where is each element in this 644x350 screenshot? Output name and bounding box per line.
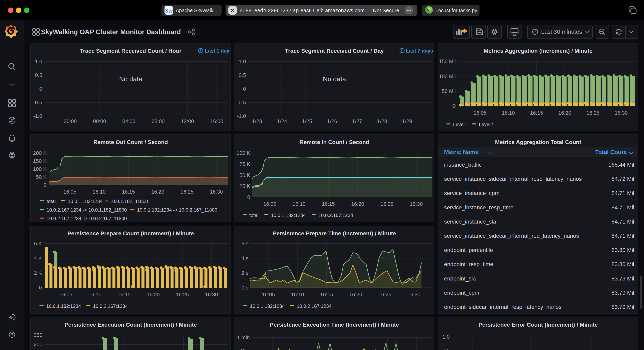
svg-text:0: 0 <box>40 86 42 92</box>
svg-text:10.0.2.167:1234: 10.0.2.167:1234 <box>93 304 128 309</box>
svg-text:16:15: 16:15 <box>118 292 130 298</box>
svg-text:1 min: 1 min <box>237 335 250 341</box>
svg-text:00:00: 00:00 <box>93 118 106 124</box>
svg-text:168.44 Mil: 168.44 Mil <box>608 162 634 168</box>
svg-text:84.71 Mil: 84.71 Mil <box>612 218 634 225</box>
svg-text:Metrics Aggregation (Increment: Metrics Aggregation (Increment) / Minute <box>484 48 592 54</box>
svg-text:16:20: 16:20 <box>349 292 362 298</box>
svg-text:16:25: 16:25 <box>378 292 391 298</box>
svg-text:Last 7 days: Last 7 days <box>406 48 433 53</box>
svg-text:16:05: 16:05 <box>474 110 486 116</box>
svg-text:83.80 Mil: 83.80 Mil <box>612 247 634 253</box>
svg-text:6 s: 6 s <box>241 240 248 246</box>
svg-text:Level1: Level1 <box>453 122 467 127</box>
svg-text:16:20: 16:20 <box>558 110 571 116</box>
svg-text:11/29: 11/29 <box>400 118 412 124</box>
svg-text:0.5: 0.5 <box>35 72 42 78</box>
svg-text:16:30: 16:30 <box>408 292 420 298</box>
svg-text:10.0.2.167:1234: 10.0.2.167:1234 <box>318 212 353 218</box>
svg-text:1.0: 1.0 <box>442 334 450 340</box>
svg-text:16:05: 16:05 <box>59 292 72 298</box>
svg-text:100 K: 100 K <box>33 166 47 172</box>
svg-text:Persistence Execution Count (I: Persistence Execution Count (Increment) … <box>64 322 197 328</box>
svg-text:Persistence Prepare Count (Inc: Persistence Prepare Count (Increment) / … <box>68 230 194 236</box>
svg-text:2 s: 2 s <box>241 270 248 276</box>
svg-text:16:30: 16:30 <box>410 201 423 207</box>
svg-text:0: 0 <box>44 182 47 188</box>
svg-text:Last 30 minutes: Last 30 minutes <box>541 28 582 35</box>
svg-text:200: 200 <box>34 342 42 348</box>
svg-text:0: 0 <box>243 86 246 92</box>
svg-text:16:25: 16:25 <box>380 201 394 207</box>
svg-text:endpoint_sidecar_internal_resp: endpoint_sidecar_internal_resp_latency_n… <box>444 304 562 310</box>
svg-text:50 Mil: 50 Mil <box>442 88 456 94</box>
svg-text:11/25: 11/25 <box>300 118 312 124</box>
svg-text:16:10: 16:10 <box>502 110 515 116</box>
svg-text:4 s: 4 s <box>241 255 248 261</box>
svg-text:Total Count: Total Count <box>595 149 627 155</box>
svg-text:0.5: 0.5 <box>239 72 246 78</box>
svg-text:10.0.1.182:1234 -> 10.0.2.167_: 10.0.1.182:1234 -> 10.0.2.167_11800 <box>137 207 217 212</box>
svg-text:11/27: 11/27 <box>350 118 362 124</box>
svg-text:16:05: 16:05 <box>63 189 76 195</box>
svg-text:40 s: 40 s <box>240 348 250 350</box>
svg-text:16:15: 16:15 <box>530 110 543 116</box>
svg-text:250: 250 <box>34 332 42 338</box>
svg-text:Trace Segment Received Count /: Trace Segment Received Count / Hour <box>80 48 181 54</box>
svg-text:No data: No data <box>119 75 142 83</box>
svg-text:service_instance_resp_time: service_instance_resp_time <box>444 204 514 210</box>
svg-text:Metric Name: Metric Name <box>444 149 478 155</box>
svg-text:16:20: 16:20 <box>147 292 160 298</box>
svg-text:1.0: 1.0 <box>239 58 246 64</box>
svg-text:Remote Out Count / Second: Remote Out Count / Second <box>94 139 168 145</box>
svg-text:83.80 Mil: 83.80 Mil <box>612 261 634 267</box>
svg-text:10.0.1.182:1234: 10.0.1.182:1234 <box>46 304 81 309</box>
svg-text:-0.5: -0.5 <box>237 100 246 106</box>
svg-text:0: 0 <box>39 285 42 291</box>
svg-text:service_instance_cpm: service_instance_cpm <box>444 190 500 196</box>
svg-text:150 Mil: 150 Mil <box>439 58 456 64</box>
svg-text:6 K: 6 K <box>34 240 42 246</box>
svg-text:11/24: 11/24 <box>274 118 287 124</box>
svg-text:50 K: 50 K <box>36 174 47 180</box>
svg-text:Persistence Error Count (Incre: Persistence Error Count (Increment) / Mi… <box>478 322 598 328</box>
svg-text:16:30: 16:30 <box>210 189 223 195</box>
svg-text:881eed4-22961232.ap-east-1.elb: 881eed4-22961232.ap-east-1.elb.amazonaws… <box>246 7 399 13</box>
svg-text:16:25: 16:25 <box>586 110 599 116</box>
svg-text:service_instance_sidecar_inter: service_instance_sidecar_internal_resp_l… <box>444 176 582 182</box>
svg-text:SkyWalking OAP Cluster Monitor: SkyWalking OAP Cluster Monitor Dashboard <box>41 28 181 35</box>
svg-text:16:30: 16:30 <box>205 292 218 298</box>
svg-text:No data: No data <box>323 75 346 83</box>
svg-text:Sw: Sw <box>165 8 173 14</box>
svg-text:Level2: Level2 <box>479 122 493 127</box>
svg-text:84.71 Mil: 84.71 Mil <box>612 190 634 196</box>
svg-text:04:00: 04:00 <box>122 118 135 124</box>
svg-text:-1.0: -1.0 <box>33 113 42 119</box>
svg-text:0 s: 0 s <box>241 285 248 291</box>
svg-text:10.0.2.167:1234: 10.0.2.167:1234 <box>297 304 332 309</box>
svg-text:instance_traffic: instance_traffic <box>444 162 482 168</box>
svg-text:Persistence Execution Time (In: Persistence Execution Time (Increment) /… <box>270 322 399 328</box>
svg-text:0: 0 <box>453 103 456 109</box>
svg-text:10.0.1.182:1234: 10.0.1.182:1234 <box>271 212 306 218</box>
svg-text:16:05: 16:05 <box>262 292 275 298</box>
svg-text:16:15: 16:15 <box>122 189 135 195</box>
svg-text:100 Mil: 100 Mil <box>439 73 456 79</box>
svg-text:4 K: 4 K <box>34 255 42 261</box>
svg-text:0: 0 <box>247 194 250 200</box>
svg-text:84.71 Mil: 84.71 Mil <box>612 204 634 210</box>
svg-text:16:00: 16:00 <box>210 118 223 124</box>
svg-text:16:05: 16:05 <box>263 201 276 207</box>
svg-text:75 K: 75 K <box>240 161 250 167</box>
svg-text:Last 1 day: Last 1 day <box>205 48 229 53</box>
svg-text:Metrics Aggregation Total Coun: Metrics Aggregation Total Count <box>495 139 581 145</box>
svg-text:50 K: 50 K <box>240 172 250 178</box>
svg-text:83.79 Mil: 83.79 Mil <box>612 304 634 310</box>
svg-text:16:10: 16:10 <box>88 292 102 298</box>
svg-text:Remote In Count / Second: Remote In Count / Second <box>300 139 369 145</box>
svg-text:endpoint_cpm: endpoint_cpm <box>444 290 479 296</box>
svg-text:100 K: 100 K <box>236 150 250 156</box>
svg-text:endpoint_resp_time: endpoint_resp_time <box>444 261 493 267</box>
svg-text:?: ? <box>11 332 14 337</box>
svg-text:total: total <box>47 198 56 204</box>
